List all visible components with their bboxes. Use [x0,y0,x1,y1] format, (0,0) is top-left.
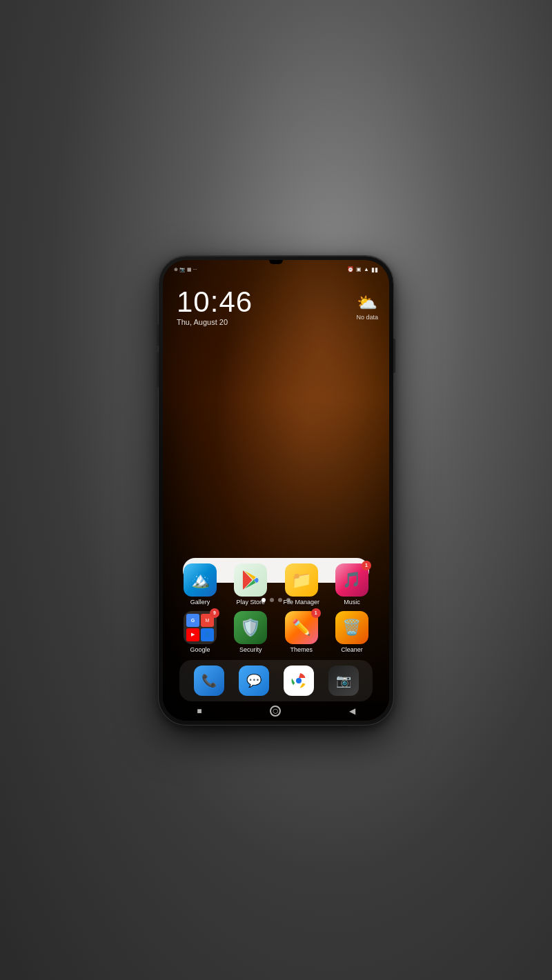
playstore-label: Play Store [237,599,266,606]
weather-widget[interactable]: ⛅ No data [356,293,378,321]
dock-camera[interactable]: 📷 [328,666,359,696]
nav-triangle[interactable]: ◀ [349,706,355,716]
status-left-icons: ⊕ 📷 ▦ ··· [174,267,197,272]
wifi-icon: ▲ [364,266,369,272]
app-cleaner[interactable]: Cleaner [331,611,373,653]
music-badge: 1 [362,561,371,570]
alarm-icon: ⏰ [347,266,354,272]
google-badge: 9 [210,608,219,618]
clock-date: Thu, August 20 [177,318,253,326]
dock-chrome[interactable] [284,666,314,696]
cleaner-icon [335,611,368,644]
playstore-svg [241,570,260,590]
app-google-folder[interactable]: G M ▶ 👤 9 Google [179,611,221,653]
battery-icon: ▮▮ [371,266,378,273]
weather-text: No data [356,314,378,321]
gallery-label: Gallery [190,599,210,606]
playstore-icon [234,563,267,597]
clock-widget: 10:46 Thu, August 20 [177,288,253,326]
chrome-svg [290,672,307,689]
themes-badge: 1 [311,608,321,618]
google-folder-icon: G M ▶ 👤 9 [184,611,217,644]
security-icon [234,611,267,644]
nav-circle[interactable]: ○ [270,706,281,717]
dot-3 [278,598,282,602]
page-dots [262,598,290,602]
dot-4 [286,598,290,602]
app-gallery[interactable]: Gallery [179,563,221,606]
volume-down-button[interactable] [157,352,159,387]
camera-notch [269,260,283,264]
filemanager-icon [285,563,318,597]
status-right-icons: ⏰ ▣ ▲ ▮▮ [347,266,378,273]
volume-up-button[interactable] [157,325,159,346]
app-dock: 📞 💬 📷 [179,660,373,701]
dot-1 [262,598,266,602]
nav-bar: ■ ○ ◀ [163,701,389,721]
phone-screen: ⊕ 📷 ▦ ··· ⏰ ▣ ▲ ▮▮ 10:46 Thu, August 20 … [163,260,389,721]
nfc-icon: ▣ [356,266,362,272]
app-music[interactable]: 1 Music [331,563,373,606]
themes-icon: 1 [285,611,318,644]
phone-device: ⊕ 📷 ▦ ··· ⏰ ▣ ▲ ▮▮ 10:46 Thu, August 20 … [159,256,393,725]
weather-icon: ⛅ [356,293,378,312]
messages-app-icon: 💬 [246,673,262,688]
svg-point-1 [296,678,302,683]
dot-2 [270,598,274,602]
phone-app-icon: 📞 [201,673,217,688]
gf-yt: ▶ [186,628,199,641]
app-grid: Gallery Play Store [179,563,373,659]
cleaner-label: Cleaner [341,646,363,653]
app-security[interactable]: Security [230,611,271,653]
security-label: Security [239,646,262,653]
notification-icon: ⊕ 📷 ▦ ··· [174,267,197,272]
nav-square[interactable]: ■ [197,706,201,716]
dock-messages[interactable]: 💬 [239,666,269,696]
google-folder-label: Google [190,646,210,653]
music-icon: 1 [335,563,368,597]
gf-g: G [186,614,199,627]
camera2-app-icon: 📷 [336,673,351,688]
gf-other: 👤 [201,628,214,641]
music-label: Music [344,599,360,606]
themes-label: Themes [290,646,313,653]
dock-phone[interactable]: 📞 [194,666,224,696]
gallery-icon [184,563,217,597]
app-row-2: G M ▶ 👤 9 Google Security [179,611,373,653]
power-button[interactable] [393,339,395,373]
clock-time: 10:46 [177,288,253,317]
app-themes[interactable]: 1 Themes [281,611,322,653]
